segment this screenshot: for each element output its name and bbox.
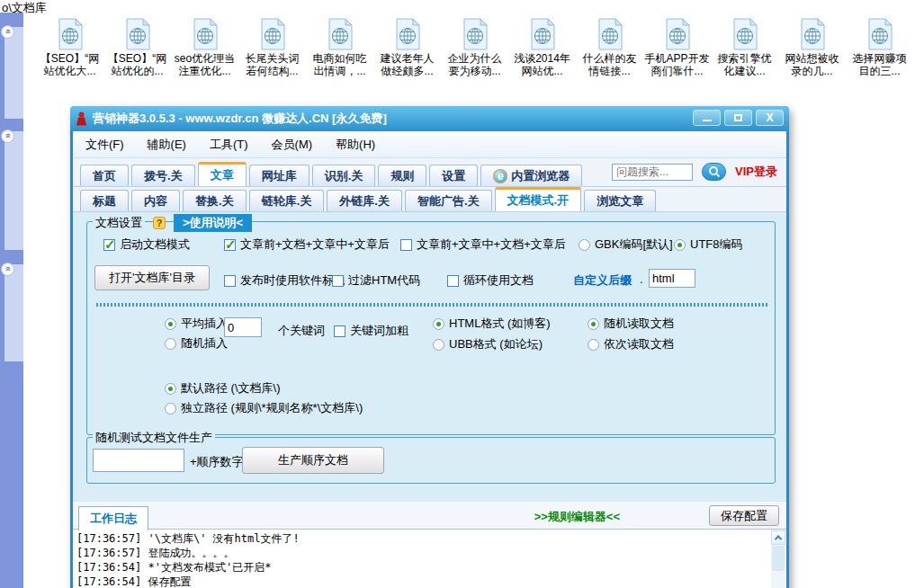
html-file-icon <box>664 18 691 50</box>
collapse-chevron-icon[interactable]: » <box>1 25 14 39</box>
html-file-icon <box>799 18 826 50</box>
tab-dialup[interactable]: 拨号.关 <box>131 165 195 186</box>
subtab-doc-mode[interactable]: 文档模式.开 <box>495 187 582 211</box>
file-item[interactable]: 什么样的友 情链接... <box>576 18 643 77</box>
subtab-smart-ads[interactable]: 智能广告.关 <box>405 190 492 211</box>
tab-settings[interactable]: 设置 <box>429 165 478 186</box>
subtab-external-links[interactable]: 外链库.关 <box>327 190 402 211</box>
help-icon[interactable]: ? <box>153 217 166 229</box>
file-item[interactable]: 搜索引擎优 化建议... <box>711 18 778 77</box>
group-legend: 文档设置 <box>93 215 145 231</box>
checkbox-use-software-title[interactable]: 发布时使用软件标题 <box>224 272 345 289</box>
file-item[interactable]: 网站想被收 录的几... <box>778 18 846 77</box>
tab-builtin-browser[interactable]: e 内置浏览器 <box>480 165 582 186</box>
radio-default-path[interactable]: 默认路径 (\文档库\) <box>165 380 281 396</box>
close-button[interactable]: X <box>756 110 784 126</box>
scrollbar-thumb[interactable] <box>772 546 785 571</box>
file-item[interactable]: 电商如何吃 出情调，... <box>306 18 373 77</box>
file-item[interactable]: 手机APP开发 商们靠什... <box>643 18 711 77</box>
subtab-content[interactable]: 内容 <box>131 190 180 211</box>
file-item[interactable]: 企业为什么 要为移动... <box>441 18 508 77</box>
task-pane-panel <box>4 264 23 361</box>
menu-member[interactable]: 会员(M) <box>272 137 313 153</box>
menu-help[interactable]: 帮助(H) <box>336 137 375 153</box>
file-item[interactable]: 【SEO】“网 站优化大... <box>36 18 103 77</box>
test-filename-input[interactable] <box>93 449 184 472</box>
menu-assist[interactable]: 辅助(E) <box>148 137 186 153</box>
file-name-line1: 搜索引擎优 <box>711 52 778 65</box>
radio-custom-path[interactable]: 独立路径 (规则\*规则名称*\文档库\) <box>165 400 363 416</box>
tab-strip: 首页 拨号.关 文章 网址库 识别.关 规则 设置 e 内置浏览器 <box>73 158 786 212</box>
file-item[interactable]: seo优化理当 注重优化... <box>171 18 238 77</box>
checkbox-icon <box>334 325 345 337</box>
tab-recognize[interactable]: 识别.关 <box>312 165 376 186</box>
usage-guide-badge[interactable]: >使用说明< <box>174 214 252 232</box>
tab-rules[interactable]: 规则 <box>378 165 426 186</box>
radio-sequential-read[interactable]: 依次读取文档 <box>588 336 674 352</box>
subtab-browse-articles[interactable]: 浏览文章 <box>584 190 656 211</box>
collapse-chevron-icon[interactable]: » <box>1 129 14 143</box>
file-item[interactable]: 选择网赚项 目的三... <box>846 18 913 77</box>
file-item[interactable]: 建议老年人 做经颇多... <box>373 18 441 77</box>
open-doc-dir-button[interactable]: 打开'文档库'目录 <box>94 265 210 290</box>
checkbox-filter-htm[interactable]: 过滤HTM代码 <box>332 272 420 289</box>
titlebar[interactable]: 营销神器3.0.5.3 - www.wzdr.cn 微赚达人.CN [永久免费]… <box>70 106 789 131</box>
doc-mode-panel: 文档设置 ? >使用说明< 启动文档模式 文章前+文档+文章中+文章后 文章前+… <box>73 212 786 502</box>
minimize-button[interactable] <box>693 110 721 126</box>
menu-tools[interactable]: 工具(T) <box>210 137 248 153</box>
search-button[interactable] <box>702 163 726 181</box>
log-toolbar: 工作日志 >>规则编辑器<< 保存配置 <box>73 502 786 530</box>
save-config-button[interactable]: 保存配置 <box>709 505 779 526</box>
file-item[interactable]: 最 种 <box>913 18 924 77</box>
scroll-up-icon[interactable] <box>771 530 785 545</box>
checkbox-bold-keyword[interactable]: 关键词加粗 <box>334 323 408 339</box>
radio-random-insert[interactable]: 随机插入 <box>165 335 228 352</box>
file-name-line2: 录的几... <box>778 65 846 77</box>
tab-home[interactable]: 首页 <box>80 165 129 186</box>
radio-html-format[interactable]: HTML格式 (如博客) <box>433 316 551 332</box>
radio-utf8-encoding[interactable]: UTF8编码 <box>674 236 743 253</box>
file-name-line1: 建议老年人 <box>373 52 441 65</box>
radio-random-read[interactable]: 随机读取文档 <box>588 316 674 332</box>
file-item[interactable]: 【SEO】“网 站优化的... <box>103 18 171 77</box>
file-name-line1: 选择网赚项 <box>846 52 913 65</box>
radio-icon <box>579 239 590 251</box>
tab-urllib[interactable]: 网址库 <box>249 165 309 186</box>
file-item[interactable]: 浅谈2014年 网站优... <box>508 18 576 77</box>
log-section: 工作日志 >>规则编辑器<< 保存配置 [17:36:57] '\文档库\' 没… <box>73 502 786 588</box>
radio-average-insert[interactable]: 平均插入 <box>165 316 228 332</box>
log-scrollbar[interactable] <box>771 530 785 588</box>
subtab-replace[interactable]: 替换.关 <box>183 190 247 211</box>
html-file-icon <box>462 18 489 50</box>
radio-ubb-format[interactable]: UBB格式 (如论坛) <box>433 336 543 352</box>
checkbox-order-doc-middle[interactable]: 文章前+文档+文章中+文章后 <box>224 236 390 253</box>
work-log-tab[interactable]: 工作日志 <box>78 506 148 530</box>
checkbox-enable-doc-mode[interactable]: 启动文档模式 <box>103 236 190 253</box>
file-name-line2: 商们靠什... <box>643 65 711 77</box>
menu-bar: 文件(F) 辅助(E) 工具(T) 会员(M) 帮助(H) <box>73 131 786 158</box>
checkbox-icon <box>224 275 236 287</box>
file-item[interactable]: 长尾关头词 若何结构... <box>238 18 306 77</box>
html-file-icon <box>597 18 623 50</box>
subtab-linkwheel[interactable]: 链轮库.关 <box>249 190 325 211</box>
explorer-task-pane: » » » <box>0 13 23 588</box>
html-file-icon <box>57 18 84 50</box>
radio-gbk-encoding[interactable]: GBK编码[默认] <box>579 236 673 253</box>
checkbox-icon <box>332 275 344 287</box>
maximize-button[interactable] <box>724 110 752 126</box>
tab-article[interactable]: 文章 <box>198 162 247 186</box>
menu-file[interactable]: 文件(F) <box>85 137 124 153</box>
subtab-title[interactable]: 标题 <box>80 190 129 211</box>
checkbox-order-doc-late[interactable]: 文章前+文章中+文档+文章后 <box>400 236 566 253</box>
vip-login-link[interactable]: VIP登录 <box>735 164 777 180</box>
html-file-icon <box>529 18 556 50</box>
file-name-line1: 【SEO】“网 <box>36 52 103 65</box>
rule-editor-link[interactable]: >>规则编辑器<< <box>534 509 620 525</box>
file-name-line1: 什么样的友 <box>576 52 643 65</box>
collapse-chevron-icon[interactable]: » <box>1 263 14 276</box>
checkbox-loop-docs[interactable]: 循环使用文档 <box>447 272 534 289</box>
search-input[interactable] <box>612 164 693 181</box>
generate-docs-button[interactable]: 生产顺序文档 <box>242 447 384 474</box>
suffix-input[interactable] <box>649 269 695 288</box>
keyword-count-input[interactable] <box>224 317 262 337</box>
